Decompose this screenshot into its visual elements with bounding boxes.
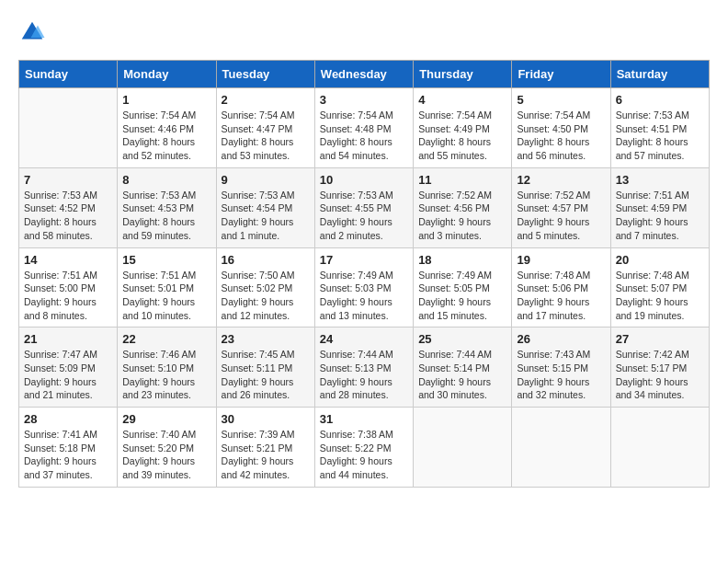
day-info: Sunrise: 7:54 AM Sunset: 4:46 PM Dayligh… [122, 109, 210, 163]
calendar-cell: 25Sunrise: 7:44 AM Sunset: 5:14 PM Dayli… [414, 327, 512, 408]
day-info: Sunrise: 7:41 AM Sunset: 5:18 PM Dayligh… [24, 428, 112, 482]
day-number: 21 [24, 332, 112, 346]
day-number: 25 [418, 332, 506, 346]
day-info: Sunrise: 7:38 AM Sunset: 5:22 PM Dayligh… [320, 428, 408, 482]
calendar-cell: 11Sunrise: 7:52 AM Sunset: 4:56 PM Dayli… [414, 167, 512, 247]
calendar-header: SundayMondayTuesdayWednesdayThursdayFrid… [19, 61, 710, 88]
weekday-header: Wednesday [314, 61, 413, 88]
calendar-cell: 23Sunrise: 7:45 AM Sunset: 5:11 PM Dayli… [216, 327, 314, 408]
day-number: 11 [418, 173, 506, 187]
day-number: 20 [616, 253, 704, 267]
header [18, 18, 710, 46]
day-number: 19 [517, 253, 605, 267]
calendar-week-row: 28Sunrise: 7:41 AM Sunset: 5:18 PM Dayli… [19, 408, 710, 488]
day-info: Sunrise: 7:44 AM Sunset: 5:13 PM Dayligh… [320, 348, 408, 402]
day-info: Sunrise: 7:53 AM Sunset: 4:54 PM Dayligh… [222, 189, 310, 243]
weekday-header: Thursday [414, 61, 512, 88]
logo-icon [18, 18, 46, 46]
day-number: 24 [320, 332, 408, 346]
calendar-cell: 20Sunrise: 7:48 AM Sunset: 5:07 PM Dayli… [610, 247, 709, 327]
calendar-cell [610, 408, 709, 488]
calendar-cell: 3Sunrise: 7:54 AM Sunset: 4:48 PM Daylig… [314, 88, 413, 168]
day-info: Sunrise: 7:45 AM Sunset: 5:11 PM Dayligh… [222, 348, 310, 402]
calendar-body: 1Sunrise: 7:54 AM Sunset: 4:46 PM Daylig… [19, 88, 710, 488]
calendar-cell: 22Sunrise: 7:46 AM Sunset: 5:10 PM Dayli… [118, 327, 216, 408]
day-number: 14 [24, 253, 112, 267]
weekday-header: Friday [512, 61, 610, 88]
calendar-cell: 17Sunrise: 7:49 AM Sunset: 5:03 PM Dayli… [314, 247, 413, 327]
weekday-header: Tuesday [216, 61, 314, 88]
calendar-cell: 29Sunrise: 7:40 AM Sunset: 5:20 PM Dayli… [118, 408, 216, 488]
day-info: Sunrise: 7:48 AM Sunset: 5:06 PM Dayligh… [517, 269, 605, 323]
day-number: 10 [320, 173, 408, 187]
day-info: Sunrise: 7:51 AM Sunset: 5:01 PM Dayligh… [122, 269, 210, 323]
calendar-cell: 30Sunrise: 7:39 AM Sunset: 5:21 PM Dayli… [216, 408, 314, 488]
day-info: Sunrise: 7:43 AM Sunset: 5:15 PM Dayligh… [517, 348, 605, 402]
day-info: Sunrise: 7:46 AM Sunset: 5:10 PM Dayligh… [122, 348, 210, 402]
day-info: Sunrise: 7:53 AM Sunset: 4:53 PM Dayligh… [122, 189, 210, 243]
day-number: 28 [24, 412, 112, 426]
calendar-cell: 13Sunrise: 7:51 AM Sunset: 4:59 PM Dayli… [610, 167, 709, 247]
day-info: Sunrise: 7:39 AM Sunset: 5:21 PM Dayligh… [222, 428, 310, 482]
calendar-cell: 12Sunrise: 7:52 AM Sunset: 4:57 PM Dayli… [512, 167, 610, 247]
calendar-cell: 27Sunrise: 7:42 AM Sunset: 5:17 PM Dayli… [610, 327, 709, 408]
calendar-cell: 2Sunrise: 7:54 AM Sunset: 4:47 PM Daylig… [216, 88, 314, 168]
day-number: 26 [517, 332, 605, 346]
day-info: Sunrise: 7:50 AM Sunset: 5:02 PM Dayligh… [222, 269, 310, 323]
day-info: Sunrise: 7:44 AM Sunset: 5:14 PM Dayligh… [418, 348, 506, 402]
calendar-cell: 16Sunrise: 7:50 AM Sunset: 5:02 PM Dayli… [216, 247, 314, 327]
day-number: 12 [517, 173, 605, 187]
day-number: 17 [320, 253, 408, 267]
day-number: 29 [122, 412, 210, 426]
day-number: 2 [222, 93, 310, 107]
calendar-cell: 19Sunrise: 7:48 AM Sunset: 5:06 PM Dayli… [512, 247, 610, 327]
calendar-cell: 7Sunrise: 7:53 AM Sunset: 4:52 PM Daylig… [19, 167, 118, 247]
day-info: Sunrise: 7:53 AM Sunset: 4:51 PM Dayligh… [616, 109, 704, 163]
day-number: 4 [418, 93, 506, 107]
day-number: 30 [222, 412, 310, 426]
calendar-cell: 14Sunrise: 7:51 AM Sunset: 5:00 PM Dayli… [19, 247, 118, 327]
calendar-week-row: 21Sunrise: 7:47 AM Sunset: 5:09 PM Dayli… [19, 327, 710, 408]
weekday-header: Monday [118, 61, 216, 88]
day-number: 9 [222, 173, 310, 187]
calendar-cell: 24Sunrise: 7:44 AM Sunset: 5:13 PM Dayli… [314, 327, 413, 408]
calendar-week-row: 7Sunrise: 7:53 AM Sunset: 4:52 PM Daylig… [19, 167, 710, 247]
day-info: Sunrise: 7:47 AM Sunset: 5:09 PM Dayligh… [24, 348, 112, 402]
calendar-cell [512, 408, 610, 488]
day-info: Sunrise: 7:49 AM Sunset: 5:05 PM Dayligh… [418, 269, 506, 323]
calendar-cell: 31Sunrise: 7:38 AM Sunset: 5:22 PM Dayli… [314, 408, 413, 488]
day-number: 6 [616, 93, 704, 107]
weekday-row: SundayMondayTuesdayWednesdayThursdayFrid… [19, 61, 710, 88]
day-info: Sunrise: 7:52 AM Sunset: 4:57 PM Dayligh… [517, 189, 605, 243]
calendar-cell: 10Sunrise: 7:53 AM Sunset: 4:55 PM Dayli… [314, 167, 413, 247]
calendar-table: SundayMondayTuesdayWednesdayThursdayFrid… [18, 60, 710, 488]
day-number: 22 [122, 332, 210, 346]
day-number: 5 [517, 93, 605, 107]
day-info: Sunrise: 7:48 AM Sunset: 5:07 PM Dayligh… [616, 269, 704, 323]
calendar-cell: 28Sunrise: 7:41 AM Sunset: 5:18 PM Dayli… [19, 408, 118, 488]
calendar-cell: 21Sunrise: 7:47 AM Sunset: 5:09 PM Dayli… [19, 327, 118, 408]
day-number: 23 [222, 332, 310, 346]
day-info: Sunrise: 7:54 AM Sunset: 4:48 PM Dayligh… [320, 109, 408, 163]
day-info: Sunrise: 7:49 AM Sunset: 5:03 PM Dayligh… [320, 269, 408, 323]
day-number: 1 [122, 93, 210, 107]
day-info: Sunrise: 7:53 AM Sunset: 4:52 PM Dayligh… [24, 189, 112, 243]
calendar-week-row: 14Sunrise: 7:51 AM Sunset: 5:00 PM Dayli… [19, 247, 710, 327]
calendar-cell: 6Sunrise: 7:53 AM Sunset: 4:51 PM Daylig… [610, 88, 709, 168]
day-info: Sunrise: 7:54 AM Sunset: 4:49 PM Dayligh… [418, 109, 506, 163]
calendar-cell: 5Sunrise: 7:54 AM Sunset: 4:50 PM Daylig… [512, 88, 610, 168]
day-number: 13 [616, 173, 704, 187]
weekday-header: Sunday [19, 61, 118, 88]
day-info: Sunrise: 7:42 AM Sunset: 5:17 PM Dayligh… [616, 348, 704, 402]
day-info: Sunrise: 7:40 AM Sunset: 5:20 PM Dayligh… [122, 428, 210, 482]
day-number: 16 [222, 253, 310, 267]
logo [18, 18, 51, 46]
calendar-cell: 9Sunrise: 7:53 AM Sunset: 4:54 PM Daylig… [216, 167, 314, 247]
day-number: 8 [122, 173, 210, 187]
weekday-header: Saturday [610, 61, 709, 88]
calendar-cell: 8Sunrise: 7:53 AM Sunset: 4:53 PM Daylig… [118, 167, 216, 247]
calendar-cell: 26Sunrise: 7:43 AM Sunset: 5:15 PM Dayli… [512, 327, 610, 408]
day-info: Sunrise: 7:54 AM Sunset: 4:47 PM Dayligh… [222, 109, 310, 163]
day-info: Sunrise: 7:53 AM Sunset: 4:55 PM Dayligh… [320, 189, 408, 243]
day-info: Sunrise: 7:52 AM Sunset: 4:56 PM Dayligh… [418, 189, 506, 243]
